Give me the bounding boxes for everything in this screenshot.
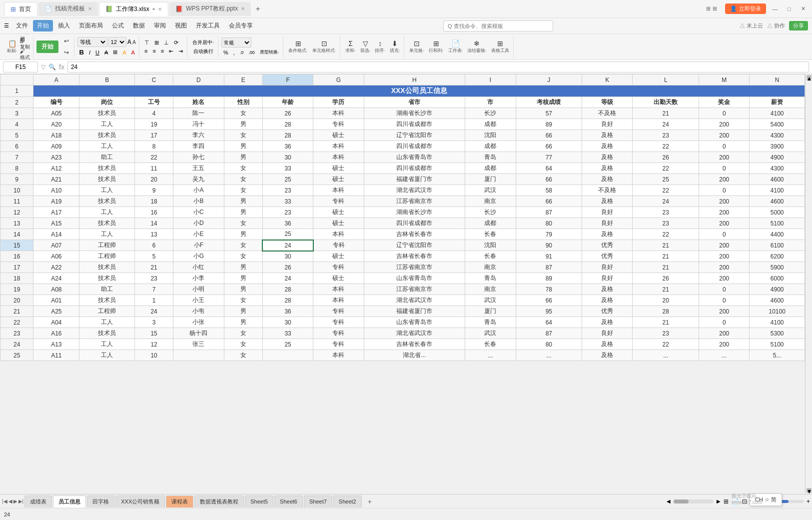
sheet-tab-6[interactable]: Sheet6	[274, 496, 303, 508]
col-a[interactable]: A	[33, 74, 79, 86]
cell-21d[interactable]: 小韦	[173, 306, 224, 317]
cell-8m[interactable]: 0	[699, 163, 750, 174]
cell-21a[interactable]: A25	[33, 306, 79, 317]
header-kh[interactable]: 考核成绩	[516, 97, 582, 108]
sort-button[interactable]: ↕ 排序·	[373, 37, 387, 57]
cell-24e[interactable]: 女	[224, 339, 262, 350]
cell-20g[interactable]: 本科	[313, 295, 364, 306]
cell-22b[interactable]: 工人	[79, 317, 135, 328]
cell-16j[interactable]: 91	[516, 251, 582, 262]
tab-home[interactable]: ⊞ 首页	[4, 2, 37, 16]
redo-button[interactable]: ↪	[61, 47, 72, 58]
cell-4e[interactable]: 男	[224, 119, 262, 130]
cell-3l[interactable]: 21	[633, 108, 699, 119]
cell-18c[interactable]: 23	[134, 273, 173, 284]
cell-5a[interactable]: A18	[33, 130, 79, 141]
cell-16i[interactable]: 长春	[465, 251, 516, 262]
cell-17f[interactable]: 26	[262, 262, 313, 273]
cell-22k[interactable]: 及格	[582, 317, 633, 328]
col-m[interactable]: M	[699, 74, 750, 86]
cell-17e[interactable]: 男	[224, 262, 262, 273]
header-nl[interactable]: 年龄	[262, 97, 313, 108]
cell-17j[interactable]: 87	[516, 262, 582, 273]
cell-6i[interactable]: 成都	[465, 141, 516, 152]
cell-23j[interactable]: 87	[516, 328, 582, 339]
cell-14l[interactable]: 22	[633, 229, 699, 240]
cell-8e[interactable]: 女	[224, 163, 262, 174]
tab-pptx-close[interactable]: ✕	[241, 6, 245, 12]
sheet-tab-grid[interactable]: 田字格	[87, 496, 114, 508]
cell-13a[interactable]: A15	[33, 218, 79, 229]
spreadsheet-title[interactable]: XXX公司员工信息	[33, 86, 805, 97]
cell-20b[interactable]: 技术员	[79, 295, 135, 306]
cell-11g[interactable]: 专科	[313, 196, 364, 207]
cell-4n[interactable]: 5400	[750, 119, 805, 130]
cell-16k[interactable]: 优秀	[582, 251, 633, 262]
font-size-down-button[interactable]: A	[132, 40, 136, 45]
cell-16e[interactable]: 女	[224, 251, 262, 262]
cell-18j[interactable]: 89	[516, 273, 582, 284]
strikethrough-button[interactable]: A	[102, 49, 110, 56]
cell-18m[interactable]: 200	[699, 273, 750, 284]
cell-6m[interactable]: 0	[699, 141, 750, 152]
cell-4i[interactable]: 成都	[465, 119, 516, 130]
sheet-nav-last[interactable]: ▶|	[18, 498, 24, 504]
cell-15e[interactable]: 女	[224, 240, 262, 251]
cell-25i[interactable]: ...	[465, 350, 516, 361]
cell-15d[interactable]: 小F	[173, 240, 224, 251]
cell-21j[interactable]: 95	[516, 306, 582, 317]
cell-style-button[interactable]: ⊡ 单元格样式·	[310, 37, 338, 57]
cell-14g[interactable]: 本科	[313, 229, 364, 240]
cell-11m[interactable]: 200	[699, 196, 750, 207]
cell-12h[interactable]: 湖南省长沙市	[364, 207, 465, 218]
cell-15b[interactable]: 工程师	[79, 240, 135, 251]
cell-21n[interactable]: 10100	[750, 306, 805, 317]
table-tool-button[interactable]: ⊞ 表格工具	[489, 37, 511, 57]
cell-17i[interactable]: 南京	[465, 262, 516, 273]
cell-18g[interactable]: 硕士	[313, 273, 364, 284]
cell-22j[interactable]: 64	[516, 317, 582, 328]
worksheet-button[interactable]: 📄 工作表·	[446, 37, 465, 57]
cell-21h[interactable]: 福建省厦门市	[364, 306, 465, 317]
single-cell-button[interactable]: ⊡ 单元格·	[407, 37, 426, 57]
cell-3n[interactable]: 4100	[750, 108, 805, 119]
cell-10f[interactable]: 23	[262, 185, 313, 196]
cell-9n[interactable]: 4600	[750, 174, 805, 185]
paste-button[interactable]: 📋 粘贴·	[5, 37, 19, 57]
col-j[interactable]: J	[516, 74, 582, 86]
cell-5j[interactable]: 66	[516, 130, 582, 141]
cell-9k[interactable]: 及格	[582, 174, 633, 185]
sheet-tab-2[interactable]: Sheet2	[333, 496, 362, 508]
cell-11b[interactable]: 技术员	[79, 196, 135, 207]
cell-5e[interactable]: 女	[224, 130, 262, 141]
cell-7h[interactable]: 山东省青岛市	[364, 152, 465, 163]
cell-13k[interactable]: 良好	[582, 218, 633, 229]
cell-20l[interactable]: 20	[633, 295, 699, 306]
cell-12e[interactable]: 男	[224, 207, 262, 218]
cell-19n[interactable]: 4900	[750, 284, 805, 295]
text-orient-button[interactable]: ⟳	[172, 39, 180, 46]
cell-5n[interactable]: 4300	[750, 130, 805, 141]
cell-8c[interactable]: 11	[134, 163, 173, 174]
cell-reference-input[interactable]	[3, 62, 38, 72]
scroll-down-arrow[interactable]: ▼	[807, 488, 812, 493]
cell-10g[interactable]: 本科	[313, 185, 364, 196]
sheet-nav-prev[interactable]: ◀	[8, 498, 12, 504]
sheet-tab-5[interactable]: Sheet5	[245, 496, 273, 508]
tab-template[interactable]: 📄 找稿壳模板 ✕	[38, 2, 98, 16]
cell-25g[interactable]: 本科	[313, 350, 364, 361]
cell-18f[interactable]: 24	[262, 273, 313, 284]
cell-19k[interactable]: 及格	[582, 284, 633, 295]
cell-19a[interactable]: A08	[33, 284, 79, 295]
menu-dev[interactable]: 开发工具	[192, 20, 224, 32]
sheet-tab-course[interactable]: 课程表	[166, 496, 193, 508]
cell-8h[interactable]: 四川省成都市	[364, 163, 465, 174]
cell-15c[interactable]: 6	[134, 240, 173, 251]
cell-24l[interactable]: 22	[633, 339, 699, 350]
cell-22i[interactable]: 青岛	[465, 317, 516, 328]
cell-16n[interactable]: 6200	[750, 251, 805, 262]
cell-21k[interactable]: 优秀	[582, 306, 633, 317]
cell-3e[interactable]: 女	[224, 108, 262, 119]
collab-btn[interactable]: △ 协作	[767, 22, 785, 30]
cell-21i[interactable]: 厦门	[465, 306, 516, 317]
